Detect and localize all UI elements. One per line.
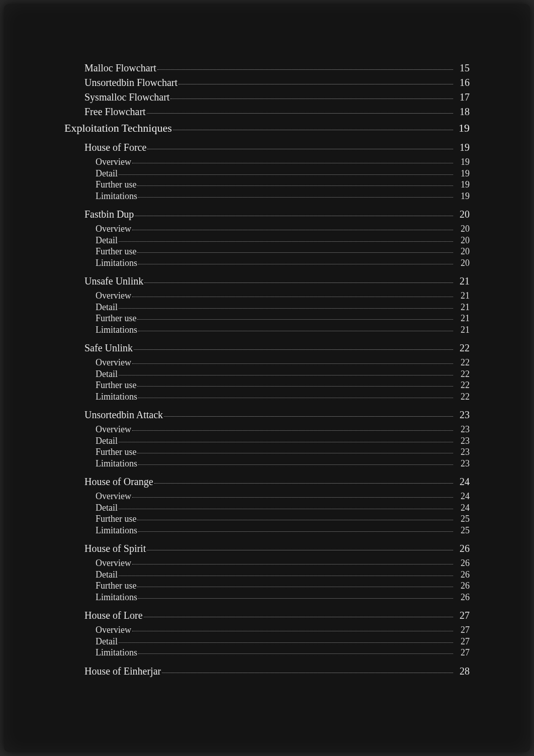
- toc-entry[interactable]: House of Einherjar28: [84, 666, 470, 677]
- toc-leader-dots: [119, 509, 453, 509]
- toc-entry[interactable]: Exploitation Techniques19: [64, 122, 470, 135]
- toc-entry[interactable]: Further use21: [96, 313, 470, 324]
- toc-entry-page: 26: [456, 557, 470, 569]
- toc-entry[interactable]: Sysmalloc Flowchart17: [84, 91, 470, 103]
- toc-entry[interactable]: House of Orange24: [84, 476, 470, 488]
- toc-leader-dots: [137, 319, 453, 320]
- toc-entry[interactable]: Detail23: [96, 435, 470, 447]
- toc-entry[interactable]: Limitations23: [96, 458, 470, 469]
- toc-entry-page: 25: [456, 513, 470, 525]
- toc-entry-page: 19: [456, 179, 470, 191]
- toc-entry[interactable]: Detail20: [96, 235, 470, 246]
- toc-entry[interactable]: Further use23: [96, 446, 470, 458]
- toc-entry-page: 15: [456, 62, 470, 74]
- toc-leader-dots: [137, 520, 453, 520]
- toc-entry-title: Overview: [96, 624, 131, 636]
- toc-entry[interactable]: Unsafe Unlink21: [84, 275, 470, 287]
- toc-entry-title: House of Spirit: [84, 543, 146, 554]
- toc-leader-dots: [147, 113, 453, 114]
- toc-entry[interactable]: Detail26: [96, 569, 470, 581]
- toc-entry-title: Fastbin Dup: [84, 209, 134, 220]
- toc-leader-dots: [119, 308, 453, 309]
- toc-leader-dots: [137, 587, 453, 587]
- toc-entry-page: 23: [456, 435, 470, 447]
- toc-entry-page: 22: [456, 380, 470, 391]
- toc-entry[interactable]: Further use22: [96, 380, 470, 391]
- toc-entry-title: Further use: [96, 313, 136, 324]
- toc-entry[interactable]: Overview26: [96, 557, 470, 569]
- toc-entry-page: 17: [456, 91, 470, 103]
- toc-entry-page: 20: [456, 223, 470, 235]
- toc-entry[interactable]: Detail22: [96, 368, 470, 380]
- toc-entry-page: 21: [456, 275, 470, 287]
- toc-leader-dots: [137, 386, 453, 387]
- toc-entry[interactable]: Further use20: [96, 246, 470, 257]
- toc-entry[interactable]: House of Force19: [84, 142, 470, 153]
- toc-entry[interactable]: Limitations26: [96, 592, 470, 603]
- toc-entry[interactable]: Malloc Flowchart15: [84, 62, 470, 74]
- toc-entry[interactable]: Overview24: [96, 491, 470, 502]
- toc-entry-title: Further use: [96, 580, 136, 592]
- toc-entry[interactable]: Limitations27: [96, 647, 470, 658]
- toc-leader-dots: [137, 453, 453, 453]
- toc-leader-dots: [119, 174, 453, 175]
- toc-entry[interactable]: Limitations22: [96, 391, 470, 403]
- toc-entry[interactable]: Limitations19: [96, 191, 470, 202]
- toc-entry-page: 24: [456, 476, 470, 488]
- toc-entry[interactable]: Unsortedbin Attack23: [84, 409, 470, 421]
- toc-entry[interactable]: Detail24: [96, 502, 470, 514]
- toc-entry[interactable]: Limitations21: [96, 324, 470, 336]
- toc-entry[interactable]: Fastbin Dup20: [84, 209, 470, 220]
- toc-entry-title: Overview: [96, 156, 131, 168]
- toc-entry[interactable]: Further use19: [96, 179, 470, 191]
- toc-entry-page: 24: [456, 491, 470, 502]
- toc-entry-title: Exploitation Techniques: [64, 122, 172, 135]
- toc-entry-title: Unsortedbin Attack: [84, 409, 163, 421]
- toc-entry-page: 19: [456, 168, 470, 179]
- toc-entry[interactable]: Detail27: [96, 636, 470, 647]
- toc-entry-title: Further use: [96, 513, 136, 525]
- toc-entry[interactable]: Detail19: [96, 168, 470, 179]
- toc-entry-page: 20: [456, 257, 470, 269]
- toc-entry-page: 18: [456, 106, 470, 118]
- toc-leader-dots: [137, 185, 453, 186]
- toc-entry[interactable]: Overview21: [96, 290, 470, 302]
- toc-entry-page: 21: [456, 313, 470, 324]
- toc-leader-dots: [138, 264, 453, 264]
- toc-entry[interactable]: Unsortedbin Flowchart16: [84, 77, 470, 88]
- toc-leader-dots: [132, 297, 453, 297]
- toc-entry[interactable]: Overview23: [96, 424, 470, 435]
- toc-entry-page: 20: [456, 246, 470, 257]
- toc-entry-title: Safe Unlink: [84, 342, 133, 354]
- toc-entry[interactable]: Free Flowchart18: [84, 106, 470, 118]
- toc-entry-page: 22: [456, 357, 470, 368]
- toc-entry[interactable]: House of Lore27: [84, 610, 470, 621]
- toc-entry[interactable]: Overview27: [96, 624, 470, 636]
- toc-leader-dots: [164, 416, 453, 417]
- toc-leader-dots: [132, 230, 453, 230]
- toc-entry-title: House of Orange: [84, 476, 153, 488]
- toc-entry[interactable]: Overview19: [96, 156, 470, 168]
- table-of-contents: Malloc Flowchart15Unsortedbin Flowchart1…: [64, 62, 470, 677]
- toc-entry-page: 27: [456, 624, 470, 636]
- toc-entry-title: Limitations: [96, 647, 137, 658]
- toc-leader-dots: [119, 375, 453, 375]
- toc-entry[interactable]: Further use26: [96, 580, 470, 592]
- toc-entry-page: 26: [456, 592, 470, 603]
- toc-entry[interactable]: Detail21: [96, 302, 470, 313]
- toc-entry[interactable]: House of Spirit26: [84, 543, 470, 554]
- toc-entry-page: 27: [456, 636, 470, 647]
- toc-entry[interactable]: Limitations20: [96, 257, 470, 269]
- toc-entry[interactable]: Limitations25: [96, 525, 470, 536]
- toc-leader-dots: [119, 442, 453, 442]
- toc-entry-title: Overview: [96, 557, 131, 569]
- toc-entry[interactable]: Safe Unlink22: [84, 342, 470, 354]
- toc-entry-title: Detail: [96, 368, 118, 380]
- toc-leader-dots: [173, 130, 453, 130]
- toc-entry-title: Limitations: [96, 525, 137, 536]
- toc-entry-page: 27: [456, 647, 470, 658]
- toc-entry[interactable]: Further use25: [96, 513, 470, 525]
- toc-entry-title: Detail: [96, 435, 118, 447]
- toc-entry[interactable]: Overview20: [96, 223, 470, 235]
- toc-entry[interactable]: Overview22: [96, 357, 470, 368]
